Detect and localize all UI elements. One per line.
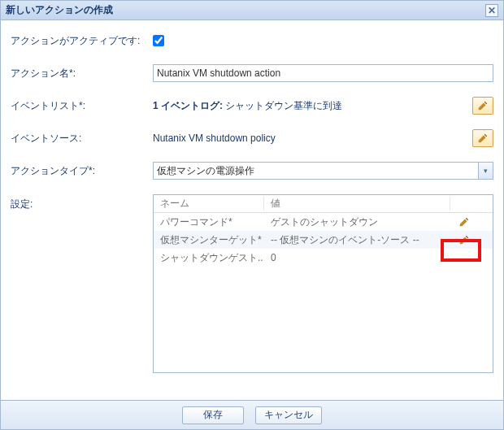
edit-row-button[interactable] bbox=[450, 234, 478, 245]
settings-grid: ネーム 値 パワーコマンド* ゲストのシャットダウン 仮想マシンターゲット* -… bbox=[153, 194, 493, 373]
event-list-suffix: シャットダウン基準に到達 bbox=[223, 100, 342, 111]
action-type-select[interactable]: 仮想マシンの電源操作 ▾ bbox=[153, 162, 493, 180]
pencil-icon bbox=[458, 234, 470, 245]
field-event-source: Nutanix VM shutdown policy bbox=[153, 129, 493, 147]
label-active: アクションがアクティブです: bbox=[11, 34, 153, 48]
field-action-type: 仮想マシンの電源操作 ▾ bbox=[153, 162, 493, 180]
cancel-button[interactable]: キャンセル bbox=[255, 406, 322, 424]
col-header-value[interactable]: 値 bbox=[264, 197, 450, 211]
active-checkbox[interactable] bbox=[153, 35, 164, 46]
row-settings: 設定: ネーム 値 パワーコマンド* ゲストのシャットダウン bbox=[11, 194, 493, 373]
cell-name: シャットダウンゲスト... bbox=[154, 251, 264, 265]
event-list-prefix: 1 イベントログ: bbox=[153, 100, 223, 111]
field-event-list: 1 イベントログ: シャットダウン基準に到達 bbox=[153, 97, 493, 115]
label-event-source: イベントソース: bbox=[11, 132, 153, 146]
pencil-icon bbox=[477, 132, 489, 144]
chevron-down-icon: ▾ bbox=[478, 163, 493, 179]
pencil-icon bbox=[477, 100, 489, 111]
event-list-text: 1 イベントログ: シャットダウン基準に到達 bbox=[153, 99, 342, 113]
cell-name: 仮想マシンターゲット* bbox=[154, 233, 264, 247]
table-row[interactable]: シャットダウンゲスト... 0 bbox=[154, 249, 493, 267]
grid-header: ネーム 値 bbox=[154, 195, 493, 213]
row-active: アクションがアクティブです: bbox=[11, 32, 493, 50]
close-button[interactable]: ✕ bbox=[485, 4, 498, 17]
cell-value: -- 仮想マシンのイベント-ソース -- bbox=[264, 233, 450, 247]
dialog-title: 新しいアクションの作成 bbox=[6, 3, 113, 17]
dialog-footer: 保存 キャンセル bbox=[1, 400, 503, 429]
cell-value: 0 bbox=[264, 252, 450, 263]
table-row[interactable]: パワーコマンド* ゲストのシャットダウン bbox=[154, 213, 493, 231]
action-type-value: 仮想マシンの電源操作 bbox=[157, 164, 254, 178]
col-header-name[interactable]: ネーム bbox=[154, 197, 264, 211]
field-active bbox=[153, 35, 493, 46]
edit-event-source-button[interactable] bbox=[472, 129, 493, 147]
cell-value: ゲストのシャットダウン bbox=[264, 215, 450, 229]
close-icon: ✕ bbox=[488, 5, 496, 16]
cancel-label: キャンセル bbox=[264, 408, 313, 422]
label-event-list: イベントリスト*: bbox=[11, 99, 153, 113]
label-action-name: アクション名*: bbox=[11, 67, 153, 80]
row-event-source: イベントソース: Nutanix VM shutdown policy bbox=[11, 129, 493, 147]
row-action-type: アクションタイプ*: 仮想マシンの電源操作 ▾ bbox=[11, 162, 493, 180]
save-label: 保存 bbox=[203, 408, 223, 422]
titlebar: 新しいアクションの作成 ✕ bbox=[1, 1, 503, 20]
cell-name: パワーコマンド* bbox=[154, 215, 264, 229]
row-action-name: アクション名*: bbox=[11, 64, 493, 82]
save-button[interactable]: 保存 bbox=[182, 406, 244, 424]
table-row[interactable]: 仮想マシンターゲット* -- 仮想マシンのイベント-ソース -- bbox=[154, 231, 493, 249]
edit-event-list-button[interactable] bbox=[472, 97, 493, 115]
event-source-text: Nutanix VM shutdown policy bbox=[153, 132, 276, 144]
dialog-content: アクションがアクティブです: アクション名*: イベントリスト*: 1 イベント… bbox=[1, 20, 503, 400]
dialog-window: 新しいアクションの作成 ✕ アクションがアクティブです: アクション名*: イベ… bbox=[0, 0, 504, 430]
field-action-name bbox=[153, 64, 493, 82]
edit-row-button[interactable] bbox=[450, 216, 478, 228]
row-event-list: イベントリスト*: 1 イベントログ: シャットダウン基準に到達 bbox=[11, 97, 493, 115]
label-action-type: アクションタイプ*: bbox=[11, 164, 153, 178]
pencil-icon bbox=[458, 216, 470, 228]
label-settings: 設定: bbox=[11, 194, 153, 211]
action-name-input[interactable] bbox=[153, 64, 493, 82]
